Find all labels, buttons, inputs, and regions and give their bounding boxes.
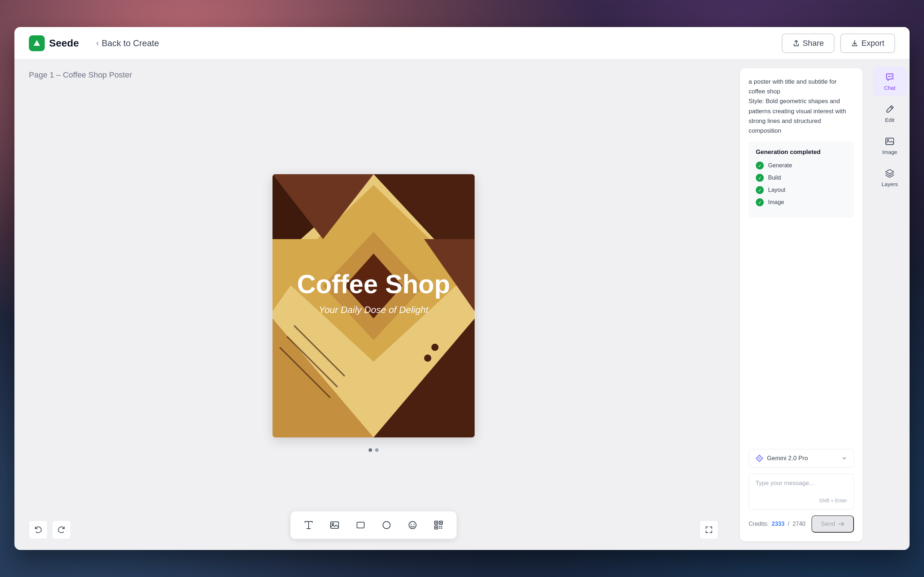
edit-nav-label: Edit bbox=[885, 117, 894, 123]
poster-svg: Coffee Shop Your Daily Dose of Delight bbox=[273, 174, 475, 437]
share-button[interactable]: Share bbox=[782, 34, 835, 53]
poster-canvas[interactable]: Coffee Shop Your Daily Dose of Delight bbox=[273, 174, 475, 437]
expand-icon bbox=[705, 526, 713, 534]
svg-rect-39 bbox=[441, 528, 442, 529]
dot-1 bbox=[368, 448, 372, 452]
image-nav-label: Image bbox=[882, 149, 897, 155]
qr-tool-button[interactable] bbox=[429, 516, 448, 534]
header-right: Share Export bbox=[782, 34, 895, 53]
app-name: Seede bbox=[49, 37, 79, 49]
svg-marker-41 bbox=[758, 456, 761, 460]
redo-button[interactable] bbox=[52, 521, 71, 539]
step-image-label: Image bbox=[768, 199, 784, 206]
logo-icon bbox=[29, 35, 45, 51]
svg-rect-35 bbox=[436, 527, 437, 528]
svg-point-43 bbox=[889, 76, 890, 77]
generation-card: Generation completed ✓ Generate ✓ Build … bbox=[749, 141, 854, 218]
back-button[interactable]: ‹ Back to Create bbox=[90, 35, 165, 51]
message-input-area[interactable]: Type your message... Shift + Enter bbox=[749, 474, 854, 509]
share-label: Share bbox=[803, 39, 824, 48]
send-icon bbox=[838, 521, 845, 527]
message-hint: Shift + Enter bbox=[756, 498, 847, 503]
svg-point-26 bbox=[383, 521, 390, 529]
svg-point-27 bbox=[409, 521, 416, 529]
header-left: Seede ‹ Back to Create bbox=[29, 35, 165, 51]
page-title: Page 1 – Coffee Shop Poster bbox=[29, 70, 718, 80]
redo-icon bbox=[57, 525, 66, 534]
step-layout-label: Layout bbox=[768, 187, 785, 193]
canvas-area: Page 1 – Coffee Shop Poster bbox=[15, 60, 733, 550]
dot-2 bbox=[375, 448, 379, 452]
svg-rect-25 bbox=[357, 522, 364, 528]
svg-point-28 bbox=[411, 524, 412, 525]
svg-point-42 bbox=[888, 76, 889, 77]
chat-panel: a poster with title and subtitle for cof… bbox=[740, 68, 863, 541]
description-text: a poster with title and subtitle for cof… bbox=[749, 77, 854, 135]
credits-total: 2740 bbox=[793, 521, 806, 527]
svg-point-29 bbox=[414, 524, 415, 525]
chat-nav-label: Chat bbox=[884, 85, 895, 91]
export-button[interactable]: Export bbox=[840, 34, 895, 53]
export-icon bbox=[851, 40, 858, 47]
svg-rect-36 bbox=[439, 526, 440, 527]
model-selector[interactable]: Gemini 2.0 Pro bbox=[749, 449, 854, 468]
svg-point-44 bbox=[891, 76, 892, 77]
ellipse-tool-button[interactable] bbox=[377, 516, 396, 534]
credits-used: 2333 bbox=[772, 521, 785, 527]
layers-icon bbox=[884, 168, 895, 179]
sidebar-item-chat[interactable]: Chat bbox=[873, 67, 907, 96]
svg-point-19 bbox=[453, 367, 460, 374]
svg-point-16 bbox=[446, 351, 453, 358]
model-name: Gemini 2.0 Pro bbox=[767, 455, 808, 462]
emoji-icon bbox=[407, 520, 418, 530]
image-icon bbox=[330, 520, 340, 530]
sidebar-item-layers[interactable]: Layers bbox=[873, 163, 907, 192]
svg-point-24 bbox=[332, 523, 334, 525]
svg-text:Your Daily Dose of Delight: Your Daily Dose of Delight bbox=[319, 305, 429, 315]
sidebar-item-edit[interactable]: Edit bbox=[873, 99, 907, 128]
rect-tool-button[interactable] bbox=[351, 516, 370, 534]
undo-button[interactable] bbox=[29, 521, 48, 539]
svg-rect-38 bbox=[439, 528, 440, 529]
step-image: ✓ Image bbox=[756, 198, 847, 206]
app-window: Seede ‹ Back to Create Share Export bbox=[15, 27, 909, 550]
svg-point-18 bbox=[439, 362, 446, 369]
sidebar-item-image[interactable]: Image bbox=[873, 131, 907, 160]
step-build-label: Build bbox=[768, 174, 781, 181]
step-generate: ✓ Generate bbox=[756, 161, 847, 169]
check-layout-icon: ✓ bbox=[756, 186, 764, 194]
check-build-icon: ✓ bbox=[756, 174, 764, 182]
generation-title: Generation completed bbox=[756, 148, 847, 156]
svg-rect-23 bbox=[331, 522, 339, 528]
message-placeholder: Type your message... bbox=[756, 480, 847, 498]
step-build: ✓ Build bbox=[756, 174, 847, 182]
layers-nav-label: Layers bbox=[881, 181, 898, 187]
main-content: Page 1 – Coffee Shop Poster bbox=[15, 60, 909, 550]
rect-icon bbox=[355, 520, 366, 530]
edit-icon bbox=[884, 104, 895, 115]
text-icon bbox=[304, 520, 313, 530]
bottom-toolbar bbox=[290, 511, 457, 539]
svg-point-20 bbox=[431, 371, 439, 378]
svg-rect-34 bbox=[440, 522, 442, 524]
svg-point-15 bbox=[431, 344, 439, 351]
text-tool-button[interactable] bbox=[299, 516, 318, 534]
right-panel: a poster with title and subtitle for cof… bbox=[733, 60, 870, 550]
header: Seede ‹ Back to Create Share Export bbox=[15, 27, 909, 60]
back-label: Back to Create bbox=[102, 38, 159, 48]
step-generate-label: Generate bbox=[768, 162, 792, 169]
logo-area: Seede bbox=[29, 35, 79, 51]
credits-row: Credits: 2333 / 2740 Send bbox=[749, 515, 854, 533]
step-layout: ✓ Layout bbox=[756, 186, 847, 194]
expand-button[interactable] bbox=[699, 521, 718, 539]
chevron-down-icon bbox=[842, 456, 847, 461]
credits-label: Credits: 2333 / 2740 bbox=[749, 521, 805, 527]
image-nav-icon bbox=[884, 136, 895, 147]
send-button[interactable]: Send bbox=[811, 515, 854, 533]
emoji-tool-button[interactable] bbox=[403, 516, 422, 534]
undo-icon bbox=[34, 525, 43, 534]
pagination-dots bbox=[368, 448, 379, 452]
share-icon bbox=[793, 40, 800, 47]
image-tool-button[interactable] bbox=[325, 516, 344, 534]
check-image-icon: ✓ bbox=[756, 198, 764, 206]
